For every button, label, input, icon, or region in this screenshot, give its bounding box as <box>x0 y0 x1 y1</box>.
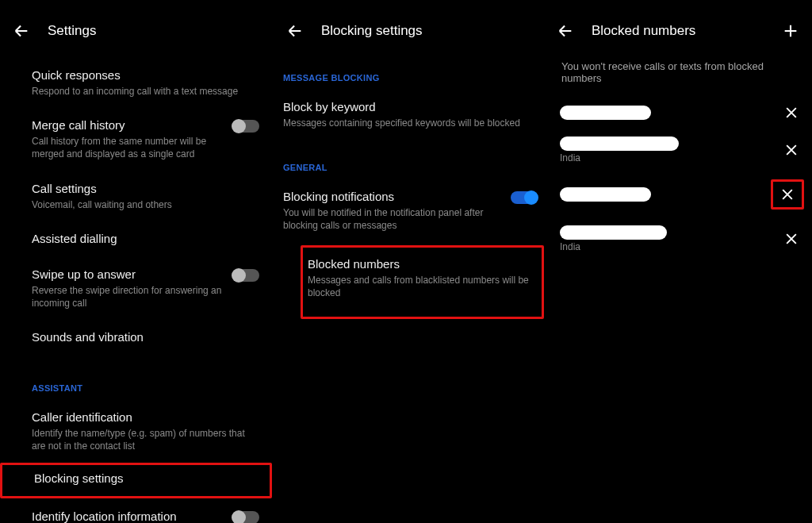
item-title: Blocking notifications <box>283 188 503 205</box>
redacted-number <box>560 137 679 151</box>
item-title: Identify location information <box>32 508 224 524</box>
item-caller-identification[interactable]: Caller identification Identify the name/… <box>0 399 274 462</box>
item-merge-call-history[interactable]: Merge call history Call history from the… <box>0 107 274 170</box>
item-subtitle: Identify the name/type (e.g. spam) of nu… <box>32 427 259 452</box>
blocked-row: India <box>547 129 812 171</box>
item-title: Caller identification <box>32 409 259 425</box>
item-subtitle: Messages containing specified keywords w… <box>283 117 538 129</box>
item-subtitle: Call history from the same number will b… <box>32 135 224 160</box>
redacted-number <box>560 106 651 120</box>
description: You won't receive calls or texts from bl… <box>547 57 812 97</box>
remove-icon[interactable] <box>783 105 799 121</box>
remove-icon[interactable] <box>771 179 804 210</box>
item-blocking-settings[interactable]: Blocking settings <box>0 463 272 498</box>
item-title: Blocked numbers <box>308 256 532 272</box>
item-subtitle: Messages and calls from blacklisted numb… <box>308 274 532 299</box>
blocked-row <box>547 171 812 217</box>
country-label: India <box>560 241 776 252</box>
item-subtitle: Respond to an incoming call with a text … <box>32 85 259 98</box>
item-title: Assisted dialling <box>32 230 259 247</box>
blocking-settings-panel: Blocking settings MESSAGE BLOCKING Block… <box>274 0 547 523</box>
item-block-by-keyword[interactable]: Block by keyword Messages containing spe… <box>274 89 547 139</box>
header: Settings <box>0 0 274 57</box>
item-identify-location[interactable]: Identify location information During an … <box>0 498 274 524</box>
item-title: Merge call history <box>32 117 224 133</box>
remove-icon[interactable] <box>783 231 799 247</box>
remove-icon[interactable] <box>783 142 799 158</box>
item-title: Quick responses <box>32 67 259 83</box>
page-title: Blocking settings <box>321 23 423 39</box>
settings-panel: Settings Quick responses Respond to an i… <box>0 0 274 523</box>
header: Blocked numbers <box>547 0 812 57</box>
blocked-row: India <box>547 217 812 260</box>
item-quick-responses[interactable]: Quick responses Respond to an incoming c… <box>0 57 274 107</box>
item-title: Block by keyword <box>283 98 538 115</box>
item-subtitle: Reverse the swipe direction for answerin… <box>32 284 224 310</box>
back-icon[interactable] <box>286 22 304 40</box>
item-assisted-dialling[interactable]: Assisted dialling <box>0 221 274 256</box>
section-general: GENERAL <box>274 139 547 179</box>
back-icon[interactable] <box>557 22 574 40</box>
add-icon[interactable] <box>782 22 799 40</box>
section-assistant: ASSISTANT <box>0 367 274 399</box>
back-icon[interactable] <box>13 22 30 40</box>
toggle-identify-location[interactable] <box>232 511 259 524</box>
toggle-swipe-up[interactable] <box>232 269 259 282</box>
page-title: Blocked numbers <box>592 23 695 39</box>
country-label: India <box>560 152 776 163</box>
item-blocking-notifications[interactable]: Blocking notifications You will be notif… <box>274 179 547 241</box>
blocked-row <box>547 97 812 129</box>
page-title: Settings <box>48 23 96 39</box>
toggle-blocking-notifications[interactable] <box>511 191 538 204</box>
redacted-number <box>560 225 667 240</box>
item-title: Blocking settings <box>34 470 255 486</box>
item-subtitle: You will be notified in the notification… <box>283 206 503 232</box>
item-title: Sounds and vibration <box>32 329 259 345</box>
item-swipe-up-answer[interactable]: Swipe up to answer Reverse the swipe dir… <box>0 256 274 319</box>
item-blocked-numbers[interactable]: Blocked numbers Messages and calls from … <box>301 245 544 319</box>
item-sounds-vibration[interactable]: Sounds and vibration <box>0 319 274 355</box>
header: Blocking settings <box>274 0 547 57</box>
blocked-numbers-panel: Blocked numbers You won't receive calls … <box>547 0 812 523</box>
section-message-blocking: MESSAGE BLOCKING <box>274 57 547 89</box>
item-call-settings[interactable]: Call settings Voicemail, call waiting an… <box>0 171 274 221</box>
item-title: Swipe up to answer <box>32 266 224 283</box>
redacted-number <box>560 187 651 202</box>
item-subtitle: Voicemail, call waiting and others <box>32 198 259 211</box>
toggle-merge-call-history[interactable] <box>232 120 259 133</box>
item-title: Call settings <box>32 180 259 197</box>
